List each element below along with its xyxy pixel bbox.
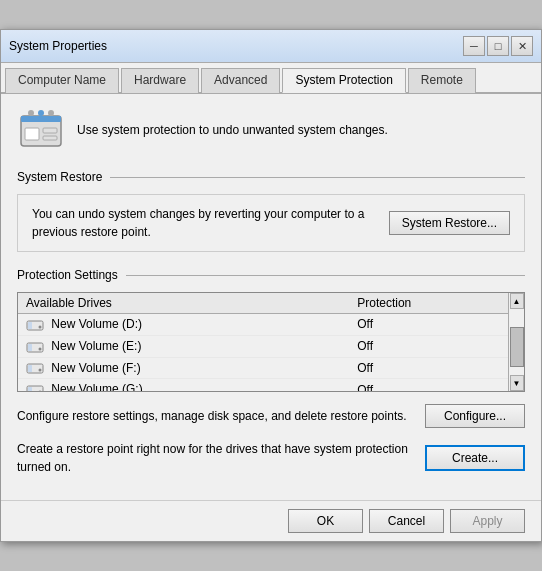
system-restore-divider (110, 177, 525, 178)
svg-point-5 (28, 110, 34, 116)
tab-bar: Computer Name Hardware Advanced System P… (1, 63, 541, 94)
svg-rect-18 (28, 387, 32, 392)
system-protection-icon (17, 106, 65, 154)
system-restore-box: You can undo system changes by reverting… (17, 194, 525, 252)
drive-icon (26, 318, 44, 332)
tab-remote[interactable]: Remote (408, 68, 476, 93)
scrollbar[interactable]: ▲ ▼ (508, 293, 524, 391)
drive-protection: Off (349, 335, 524, 357)
minimize-button[interactable]: ─ (463, 36, 485, 56)
bottom-bar: OK Cancel Apply (1, 500, 541, 541)
tab-hardware[interactable]: Hardware (121, 68, 199, 93)
info-description: Use system protection to undo unwanted s… (77, 123, 388, 137)
create-button[interactable]: Create... (425, 445, 525, 471)
configure-button[interactable]: Configure... (425, 404, 525, 428)
configure-row: Configure restore settings, manage disk … (17, 404, 525, 428)
scroll-down-arrow[interactable]: ▼ (510, 375, 524, 391)
configure-description: Configure restore settings, manage disk … (17, 407, 409, 425)
content-area: Use system protection to undo unwanted s… (1, 94, 541, 500)
drive-name: New Volume (G:) (18, 379, 349, 392)
drive-name: New Volume (F:) (18, 357, 349, 379)
drive-name: New Volume (D:) (18, 314, 349, 336)
restore-row: You can undo system changes by reverting… (32, 205, 510, 241)
table-row[interactable]: New Volume (G:) Off (18, 379, 524, 392)
tab-advanced[interactable]: Advanced (201, 68, 280, 93)
svg-rect-12 (28, 344, 32, 351)
tab-system-protection[interactable]: System Protection (282, 68, 405, 93)
drives-table: Available Drives Protection New Volume (… (18, 293, 524, 392)
table-row[interactable]: New Volume (F:) Off (18, 357, 524, 379)
create-row: Create a restore point right now for the… (17, 440, 525, 476)
drive-icon (26, 340, 44, 354)
svg-rect-15 (28, 365, 32, 372)
tab-computer-name[interactable]: Computer Name (5, 68, 119, 93)
svg-point-7 (48, 110, 54, 116)
svg-rect-4 (43, 136, 57, 140)
drive-protection: Off (349, 357, 524, 379)
apply-button: Apply (450, 509, 525, 533)
system-properties-window: System Properties ─ □ ✕ Computer Name Ha… (0, 29, 542, 542)
svg-point-6 (38, 110, 44, 116)
drive-protection: Off (349, 314, 524, 336)
ok-button[interactable]: OK (288, 509, 363, 533)
col-protection: Protection (349, 293, 524, 314)
drive-icon (26, 361, 44, 375)
svg-point-10 (39, 325, 42, 328)
protection-settings-label: Protection Settings (17, 268, 118, 282)
drive-icon (26, 383, 44, 392)
maximize-button[interactable]: □ (487, 36, 509, 56)
svg-point-16 (39, 369, 42, 372)
cancel-button[interactable]: Cancel (369, 509, 444, 533)
table-row[interactable]: New Volume (E:) Off (18, 335, 524, 357)
drives-table-container: Available Drives Protection New Volume (… (17, 292, 525, 392)
create-description: Create a restore point right now for the… (17, 440, 409, 476)
system-restore-button[interactable]: System Restore... (389, 211, 510, 235)
protection-settings-header: Protection Settings (17, 268, 525, 282)
svg-rect-3 (43, 128, 57, 133)
scroll-up-arrow[interactable]: ▲ (510, 293, 524, 309)
col-available-drives: Available Drives (18, 293, 349, 314)
svg-rect-2 (25, 128, 39, 140)
svg-rect-1 (21, 116, 61, 122)
window-title: System Properties (9, 39, 107, 53)
title-bar: System Properties ─ □ ✕ (1, 30, 541, 63)
title-bar-controls: ─ □ ✕ (463, 36, 533, 56)
svg-rect-9 (28, 322, 32, 329)
protection-settings-divider (126, 275, 525, 276)
info-row: Use system protection to undo unwanted s… (17, 106, 525, 154)
drives-table-wrapper: Available Drives Protection New Volume (… (17, 292, 525, 392)
table-header-row: Available Drives Protection (18, 293, 524, 314)
drive-protection: Off (349, 379, 524, 392)
table-row[interactable]: New Volume (D:) Off (18, 314, 524, 336)
system-restore-header: System Restore (17, 170, 525, 184)
close-button[interactable]: ✕ (511, 36, 533, 56)
restore-description: You can undo system changes by reverting… (32, 205, 373, 241)
scrollbar-thumb[interactable] (510, 327, 524, 367)
system-restore-label: System Restore (17, 170, 102, 184)
svg-point-13 (39, 347, 42, 350)
drive-name: New Volume (E:) (18, 335, 349, 357)
